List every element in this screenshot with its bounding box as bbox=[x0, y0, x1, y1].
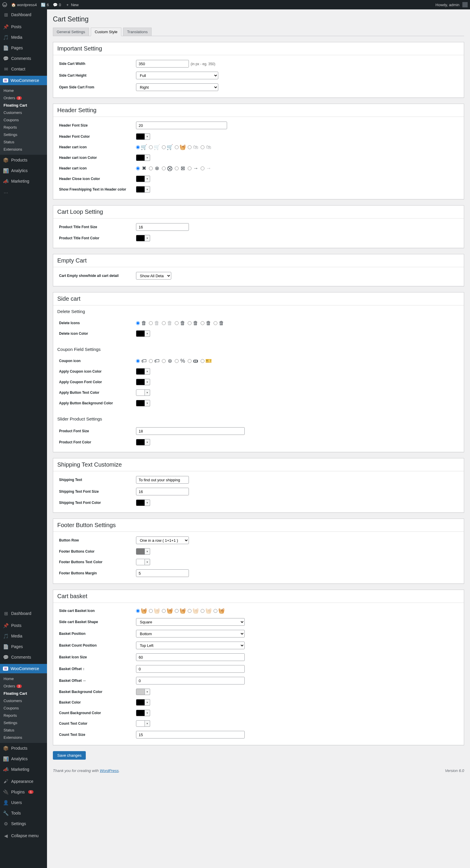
basket-offsetx-input[interactable] bbox=[136, 677, 245, 684]
coupon-icon-4[interactable] bbox=[175, 359, 179, 363]
shipping-font-color-picker[interactable]: ▾ bbox=[136, 499, 458, 506]
header-fontcolor-picker[interactable]: ▾ bbox=[136, 133, 458, 140]
coupon-icon-6[interactable] bbox=[201, 359, 204, 363]
close-icon-2[interactable] bbox=[149, 166, 153, 170]
side-cart-height-select[interactable]: Full bbox=[136, 72, 218, 79]
apply-button-bg-color-picker[interactable]: ▾ bbox=[136, 400, 458, 406]
menu-pages[interactable]: 📄Pages bbox=[0, 42, 47, 53]
basket-icon-7[interactable] bbox=[213, 609, 217, 613]
del-icon-1[interactable] bbox=[136, 321, 140, 325]
menu-media-2[interactable]: 🎵Media bbox=[0, 631, 47, 641]
basket-countpos-select[interactable]: Top Left bbox=[136, 642, 245, 649]
del-icon-3[interactable] bbox=[162, 321, 166, 325]
del-icon-2[interactable] bbox=[149, 321, 153, 325]
menu-woocommerce[interactable]: WWooCommerce bbox=[0, 76, 47, 85]
basket-shape-select[interactable]: Square bbox=[136, 618, 245, 626]
button-row-select[interactable]: One in a row ( 1+1+1 ) bbox=[136, 536, 189, 544]
footer-buttons-margin-input[interactable] bbox=[136, 569, 189, 577]
footer-buttons-text-color-picker[interactable]: ▾ bbox=[136, 559, 458, 565]
submenu-settings[interactable]: Settings bbox=[0, 131, 47, 138]
menu-plugins[interactable]: 🔌Plugins1 bbox=[0, 787, 47, 797]
cart-icon-2[interactable] bbox=[149, 145, 153, 149]
submenu-floating-cart[interactable]: Floating Cart bbox=[0, 102, 47, 109]
apply-coupon-icon-color-picker[interactable]: ▾ bbox=[136, 368, 458, 375]
basket-position-select[interactable]: Bottom bbox=[136, 630, 245, 638]
slider-product-color-picker[interactable]: ▾ bbox=[136, 439, 458, 445]
apply-button-text-color-picker[interactable]: ▾ bbox=[136, 390, 458, 396]
menu-settings[interactable]: ⚙Settings bbox=[0, 818, 47, 829]
coupon-icon-2[interactable] bbox=[149, 359, 153, 363]
menu-tools[interactable]: 🔧Tools bbox=[0, 808, 47, 818]
empty-cart-select[interactable]: Show All Detail bbox=[136, 272, 171, 280]
basket-icon-5[interactable] bbox=[188, 609, 192, 613]
product-title-fontsize-input[interactable] bbox=[136, 223, 189, 231]
wp-logo-icon[interactable] bbox=[2, 2, 7, 7]
wordpress-link[interactable]: WordPress bbox=[100, 769, 119, 773]
del-icon-5[interactable] bbox=[188, 321, 192, 325]
del-icon-6[interactable] bbox=[201, 321, 204, 325]
count-bg-color-picker[interactable]: ▾ bbox=[136, 710, 458, 716]
coupon-icon-5[interactable] bbox=[188, 359, 192, 363]
menu-marketing[interactable]: 📣Marketing bbox=[0, 176, 47, 186]
basket-bg-color-picker[interactable]: ▾ bbox=[136, 689, 458, 695]
cart-icon-5[interactable] bbox=[188, 145, 192, 149]
del-icon-7[interactable] bbox=[213, 321, 217, 325]
close-icon-6[interactable] bbox=[201, 166, 204, 170]
menu-posts-2[interactable]: 📌Posts bbox=[0, 620, 47, 631]
menu-posts[interactable]: 📌Posts bbox=[0, 22, 47, 32]
shipping-text-input[interactable] bbox=[136, 476, 189, 484]
footer-buttons-color-picker[interactable]: ▾ bbox=[136, 548, 458, 555]
submenu-home[interactable]: Home bbox=[0, 87, 47, 94]
header-close-color-picker[interactable]: ▾ bbox=[136, 176, 458, 182]
apply-coupon-font-color-picker[interactable]: ▾ bbox=[136, 379, 458, 385]
menu-woocommerce-2[interactable]: WWooCommerce bbox=[0, 664, 47, 673]
submenu-coupons[interactable]: Coupons bbox=[0, 116, 47, 124]
freeship-color-picker[interactable]: ▾ bbox=[136, 186, 458, 193]
shipping-fontsize-input[interactable] bbox=[136, 488, 189, 495]
close-icon-5[interactable] bbox=[188, 166, 192, 170]
submenu-orders[interactable]: Orders3 bbox=[0, 94, 47, 102]
menu-analytics[interactable]: 📊Analytics bbox=[0, 165, 47, 176]
header-carticon-color-picker[interactable]: ▾ bbox=[136, 154, 458, 161]
cart-icon-3[interactable] bbox=[162, 145, 166, 149]
basket-icon-3[interactable] bbox=[162, 609, 166, 613]
tab-general[interactable]: General Settings bbox=[53, 28, 89, 36]
cart-icon-4[interactable] bbox=[175, 145, 179, 149]
submenu-extensions[interactable]: Extensions bbox=[0, 146, 47, 153]
coupon-icon-1[interactable] bbox=[136, 359, 140, 363]
howdy-link[interactable]: Howdy, admin bbox=[436, 2, 468, 7]
submenu-reports[interactable]: Reports bbox=[0, 124, 47, 131]
basket-offsety-input[interactable] bbox=[136, 665, 245, 673]
menu-comments[interactable]: 💬Comments bbox=[0, 53, 47, 64]
count-text-size-input[interactable] bbox=[136, 731, 245, 739]
comments-link[interactable]: 💬0 bbox=[53, 2, 61, 7]
header-fontsize-input[interactable] bbox=[136, 122, 227, 129]
new-link[interactable]: +New bbox=[65, 2, 79, 7]
close-icon-1[interactable] bbox=[136, 166, 140, 170]
menu-contact[interactable]: ✉Contact bbox=[0, 64, 47, 74]
save-button[interactable]: Save changes bbox=[53, 751, 86, 760]
del-icon-4[interactable] bbox=[175, 321, 179, 325]
cart-icon-6[interactable] bbox=[201, 145, 204, 149]
menu-users[interactable]: 👤Users bbox=[0, 797, 47, 808]
close-icon-3[interactable] bbox=[162, 166, 166, 170]
basket-icon-6[interactable] bbox=[201, 609, 204, 613]
delete-icon-color-picker[interactable]: ▾ bbox=[136, 330, 458, 337]
updates-link[interactable]: 🔄6 bbox=[41, 2, 49, 7]
basket-icon-1[interactable] bbox=[136, 609, 140, 613]
menu-more[interactable]: … bbox=[0, 186, 47, 197]
menu-comments-2[interactable]: 💬Comments bbox=[0, 652, 47, 662]
menu-dashboard-2[interactable]: ⊞Dashboard bbox=[0, 608, 47, 619]
menu-media[interactable]: 🎵Media bbox=[0, 32, 47, 42]
menu-pages-2[interactable]: 📄Pages bbox=[0, 641, 47, 652]
basket-icon-2[interactable] bbox=[149, 609, 153, 613]
site-link[interactable]: 🏠wordpress4 bbox=[11, 2, 37, 7]
menu-dashboard[interactable]: ⊞Dashboard bbox=[0, 9, 47, 20]
side-cart-width-input[interactable] bbox=[136, 60, 189, 67]
slider-product-fontsize-input[interactable] bbox=[136, 427, 245, 435]
tab-custom-style[interactable]: Custom Style bbox=[91, 28, 121, 36]
coupon-icon-3[interactable] bbox=[162, 359, 166, 363]
count-text-color-picker[interactable]: ▾ bbox=[136, 720, 458, 727]
submenu-status[interactable]: Status bbox=[0, 138, 47, 146]
basket-color-picker[interactable]: ▾ bbox=[136, 699, 458, 706]
